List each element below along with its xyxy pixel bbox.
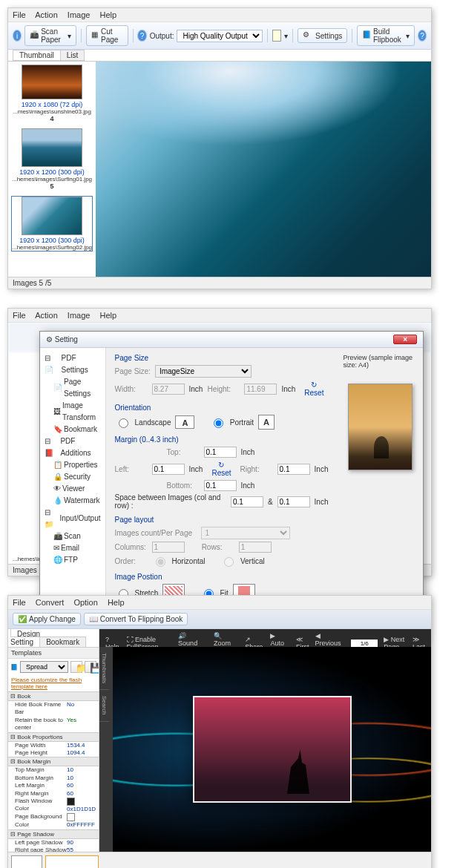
prop-row[interactable]: Page Width1534.4 — [8, 742, 99, 749]
space-row-input[interactable] — [277, 496, 310, 507]
menu-action[interactable]: Action — [35, 10, 58, 19]
reset-margin-button[interactable]: ↻ Reset — [207, 460, 235, 478]
vtab-thumbnails[interactable]: Thumbnails — [99, 647, 109, 690]
tab-list[interactable]: List — [60, 50, 85, 61]
tree-watermark[interactable]: 💧 Watermark — [53, 495, 101, 507]
prop-row[interactable]: Flash Window Color 0x1D1D1D — [8, 798, 99, 813]
prop-category[interactable]: ⊟ Page Shadow — [8, 829, 99, 839]
menu-help[interactable]: Help — [99, 10, 116, 19]
close-button[interactable]: × — [393, 335, 417, 344]
customize-link[interactable]: Please customize the flash template here — [8, 675, 99, 691]
tree-page-settings[interactable]: 📄 Page Settings — [53, 376, 101, 400]
tab-thumbnail[interactable]: Thumbnail — [13, 50, 61, 61]
footer-thumb-large[interactable] — [45, 855, 99, 868]
top-input[interactable] — [204, 447, 237, 458]
thumbnail-item[interactable]: 1920 x 1200 (300 dpi) ...hemes\images\Su… — [11, 128, 93, 190]
prop-row[interactable]: Right Margin60 — [8, 790, 99, 798]
save-template-button[interactable]: 💾 — [85, 661, 96, 673]
prop-row[interactable]: Top Margin10 — [8, 766, 99, 774]
thumb-image — [22, 197, 82, 235]
prop-row[interactable]: Retain the book to centerYes — [8, 717, 99, 732]
tree-ftp[interactable]: 🌐 FTP — [53, 554, 101, 566]
landscape-icon: A — [175, 415, 194, 429]
settings-button[interactable]: ⚙Settings — [298, 28, 347, 43]
menu-convert[interactable]: Convert — [36, 598, 65, 607]
prop-category[interactable]: ⊟ Book Margin — [8, 757, 99, 766]
thumbnail-item[interactable]: 1920 x 1200 (300 dpi) ...hemes\images\Su… — [11, 196, 93, 251]
vtab-search[interactable]: Search — [99, 690, 109, 721]
rows-input — [239, 542, 272, 553]
menu-help[interactable]: Help — [108, 598, 125, 607]
menu-help[interactable]: Help — [99, 311, 116, 320]
menu-image[interactable]: Image — [68, 10, 91, 19]
tree-image-transform[interactable]: 🖼 Image Transform — [53, 400, 101, 424]
footer-thumbs — [8, 852, 431, 868]
tree-viewer[interactable]: 👁 Viewer — [53, 483, 101, 495]
menu-bar: File Action Image Help — [8, 8, 431, 22]
tree-input-output[interactable]: ⊟ 📁 Input/Output — [45, 507, 101, 530]
horizontal-radio — [156, 557, 165, 567]
menu-file[interactable]: File — [13, 598, 26, 607]
import-template-button[interactable]: 📁 — [70, 661, 82, 673]
thumb-image — [22, 128, 82, 167]
unit-label: Inch — [281, 385, 295, 393]
prop-row[interactable]: Hide Book Frame BarNo — [8, 701, 99, 717]
prop-category[interactable]: ⊟ Book — [8, 691, 99, 701]
prop-row[interactable]: Right page Shadow55 — [8, 846, 99, 852]
tree-pdf-additions[interactable]: ⊟ 📕 PDF Additions — [45, 435, 101, 459]
page-size-select[interactable]: ImageSize — [155, 365, 252, 378]
tab-bookmark[interactable]: Bookmark — [39, 637, 86, 648]
menu-file[interactable]: File — [13, 311, 26, 320]
right-input[interactable] — [277, 464, 310, 475]
position-title: Image Postion — [115, 573, 329, 581]
thumb-dimensions: 1920 x 1200 (300 dpi) — [12, 237, 92, 244]
menu-file[interactable]: File — [13, 10, 26, 19]
bottom-input[interactable] — [204, 480, 237, 491]
tree-pdf-settings[interactable]: ⊟ 📄 PDF Settings — [45, 352, 101, 376]
thumbnail-item[interactable]: 1920 x 1080 (72 dpi) ...mes\images\sunsh… — [11, 65, 93, 122]
cut-page-button[interactable]: ▦Cut Page — [86, 25, 128, 46]
page-input[interactable] — [351, 640, 378, 648]
menu-option[interactable]: Option — [73, 598, 97, 607]
footer-thumb[interactable] — [11, 855, 42, 868]
template-select[interactable]: Spread — [20, 661, 68, 673]
tree-email[interactable]: ✉ Email — [53, 542, 101, 554]
prop-row[interactable]: Bottom Margin10 — [8, 775, 99, 782]
prop-row[interactable]: Left Margin60 — [8, 782, 99, 789]
prop-row[interactable]: Left page Shadow90 — [8, 839, 99, 846]
menu-action[interactable]: Action — [35, 311, 58, 320]
tab-design[interactable]: Design Setting — [10, 629, 40, 648]
cols-input — [152, 542, 185, 553]
preview-image — [348, 384, 413, 470]
layout-title: Page layout — [115, 516, 329, 524]
portrait-radio[interactable] — [214, 418, 223, 428]
thumb-image — [22, 65, 82, 99]
reset-button[interactable]: ↻ Reset — [300, 380, 328, 398]
tree-scan[interactable]: 📠 Scan — [53, 530, 101, 542]
output-label: Output: — [150, 32, 174, 40]
build-flipbook-button[interactable]: 📘Build Flipbook ▾ — [357, 25, 415, 46]
output-select[interactable]: High Quality Output — [177, 30, 263, 42]
left-input[interactable] — [152, 464, 185, 475]
color-swatch[interactable] — [272, 30, 281, 42]
tree-security[interactable]: 🔒 Security — [53, 471, 101, 483]
prop-category[interactable]: ⊟ Book Proportions — [8, 732, 99, 742]
menu-image[interactable]: Image — [68, 311, 91, 320]
convert-button[interactable]: 📖 Convert To Flipping Book — [84, 613, 188, 625]
space-col-input[interactable] — [231, 496, 263, 507]
prop-row[interactable]: Page Background Color 0xFFFFFF — [8, 813, 99, 829]
help-icon[interactable]: ? — [418, 30, 427, 42]
page-size-title: Page Size — [115, 354, 329, 362]
tree-properties[interactable]: 📋 Properties — [53, 459, 101, 471]
landscape-radio[interactable] — [119, 418, 128, 428]
output-info-icon[interactable]: ? — [137, 30, 146, 42]
menu-bar: File Convert Option Help — [8, 596, 431, 610]
tree-bookmark[interactable]: 🔖 Bookmark — [53, 424, 101, 435]
prop-row[interactable]: Page Height1094.4 — [8, 749, 99, 757]
flipbook-page[interactable] — [193, 696, 352, 803]
order-label: Order: — [115, 557, 148, 565]
scan-paper-button[interactable]: 📠Scan Paper ▾ — [24, 25, 76, 46]
dialog-titlebar: ⚙ Setting × — [40, 332, 423, 348]
info-icon[interactable]: i — [13, 30, 22, 42]
apply-change-button[interactable]: ✅ Apply Change — [13, 613, 81, 625]
